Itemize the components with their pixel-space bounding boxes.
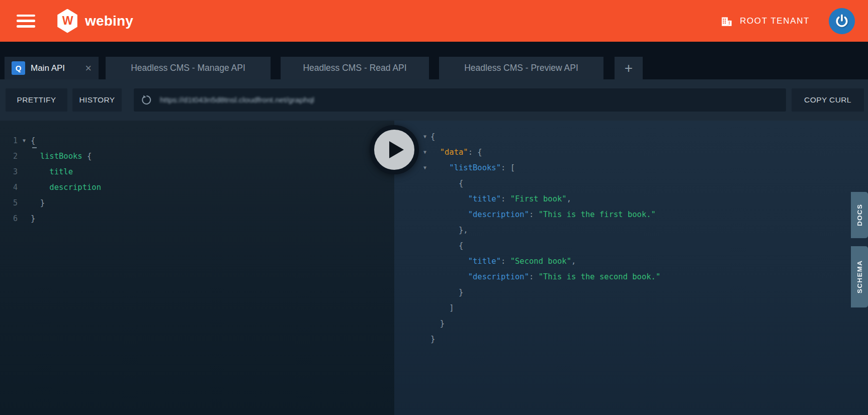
code-line: "title": "Second book", bbox=[419, 253, 862, 269]
reload-icon bbox=[141, 94, 153, 106]
code-text: listBooks { bbox=[31, 152, 92, 161]
brand-wordmark: webiny bbox=[85, 13, 133, 29]
code-text: "data": { bbox=[430, 148, 482, 157]
tab-main-api[interactable]: Q Main API × bbox=[5, 57, 99, 79]
code-text: } bbox=[430, 319, 445, 328]
query-editor-code[interactable]: 1▼{2 listBooks {3 title4 description5 }6… bbox=[0, 133, 394, 226]
header-right: ROOT TENANT bbox=[720, 8, 855, 34]
endpoint-url-text: https://d1t043n5d8tnsl.cloudfront.net/gr… bbox=[160, 95, 314, 105]
schema-tab[interactable]: SCHEMA bbox=[851, 246, 868, 307]
code-line: 3 title bbox=[0, 164, 394, 179]
code-line: ▼ "listBooks": [ bbox=[419, 160, 862, 175]
close-icon[interactable]: × bbox=[85, 63, 92, 74]
building-icon bbox=[720, 15, 733, 28]
query-badge: Q bbox=[12, 61, 25, 75]
copy-curl-button[interactable]: COPY CURL bbox=[792, 88, 864, 112]
code-text: } bbox=[31, 214, 35, 223]
code-line: } bbox=[419, 331, 862, 347]
graphql-playground-app: W webiny ROOT TENANT bbox=[0, 0, 868, 415]
code-line: 4 description bbox=[0, 179, 394, 195]
endpoint-url-input[interactable]: https://d1t043n5d8tnsl.cloudfront.net/gr… bbox=[134, 88, 786, 112]
execute-query-button[interactable] bbox=[370, 125, 419, 174]
play-icon bbox=[389, 141, 404, 158]
code-line: 5 } bbox=[0, 195, 394, 211]
tab-headless-cms-preview-api[interactable]: Headless CMS - Preview API bbox=[439, 57, 603, 79]
code-line: "description": "This is the first book." bbox=[419, 206, 862, 222]
playground-toolbar: PRETTIFY HISTORY https://d1t043n5d8tnsl.… bbox=[0, 79, 868, 121]
line-number: 1 bbox=[0, 136, 18, 145]
code-line: } bbox=[419, 316, 862, 331]
code-text: } bbox=[430, 335, 435, 344]
code-text: { bbox=[430, 241, 463, 250]
tab-label: Main API bbox=[31, 63, 65, 73]
line-number: 2 bbox=[0, 152, 18, 161]
code-text: description bbox=[31, 183, 101, 192]
code-line: "description": "This is the second book.… bbox=[419, 269, 862, 284]
webiny-logo[interactable]: W webiny bbox=[56, 9, 133, 33]
api-tab-bar: Q Main API × Headless CMS - Manage API H… bbox=[0, 42, 868, 79]
code-line: { bbox=[419, 238, 862, 253]
line-number: 3 bbox=[0, 167, 18, 176]
code-text: { bbox=[430, 179, 463, 188]
code-text: } bbox=[31, 198, 45, 208]
code-text: ] bbox=[430, 303, 454, 313]
code-line: ] bbox=[419, 300, 862, 316]
tenant-selector[interactable]: ROOT TENANT bbox=[720, 15, 810, 28]
code-line: }, bbox=[419, 222, 862, 238]
code-text: "description": "This is the second book.… bbox=[430, 272, 660, 281]
code-text: "title": "First book", bbox=[430, 194, 571, 203]
fold-arrow-icon[interactable]: ▼ bbox=[419, 134, 430, 139]
code-text: }, bbox=[430, 226, 468, 235]
code-text: { bbox=[430, 132, 435, 141]
hamburger-menu-icon[interactable] bbox=[17, 15, 35, 28]
tab-headless-cms-manage-api[interactable]: Headless CMS - Manage API bbox=[106, 57, 271, 79]
code-text: "listBooks": [ bbox=[430, 163, 515, 172]
add-tab-button[interactable]: + bbox=[615, 57, 643, 79]
code-line: 2 listBooks { bbox=[0, 148, 394, 164]
code-line: } bbox=[419, 284, 862, 300]
fold-arrow-icon[interactable]: ▼ bbox=[419, 149, 430, 155]
code-text: { bbox=[31, 136, 35, 145]
fold-arrow-icon[interactable]: ▼ bbox=[18, 138, 31, 143]
code-text: } bbox=[430, 288, 463, 297]
line-number: 4 bbox=[0, 183, 18, 192]
fold-arrow-icon[interactable]: ▼ bbox=[419, 165, 430, 170]
code-line: 6} bbox=[0, 211, 394, 226]
app-header: W webiny ROOT TENANT bbox=[0, 0, 868, 42]
text-cursor bbox=[32, 147, 37, 148]
code-line: ▼ "data": { bbox=[419, 144, 862, 160]
code-line: { bbox=[419, 175, 862, 191]
code-text: "description": "This is the first book." bbox=[430, 210, 656, 219]
user-avatar[interactable] bbox=[829, 8, 855, 34]
power-icon bbox=[834, 13, 850, 29]
code-text: "title": "Second book", bbox=[430, 257, 576, 266]
code-line: ▼{ bbox=[419, 129, 862, 144]
tab-headless-cms-read-api[interactable]: Headless CMS - Read API bbox=[281, 57, 429, 79]
result-json-code: ▼{▼ "data": {▼ "listBooks": [ { "title":… bbox=[419, 129, 862, 347]
code-text: title bbox=[31, 167, 73, 176]
code-line: "title": "First book", bbox=[419, 191, 862, 206]
code-line: 1▼{ bbox=[0, 133, 394, 148]
tenant-label: ROOT TENANT bbox=[740, 16, 810, 26]
line-number: 5 bbox=[0, 198, 18, 208]
prettify-button[interactable]: PRETTIFY bbox=[6, 88, 67, 112]
webiny-hexagon-icon: W bbox=[56, 9, 78, 33]
docs-tab[interactable]: DOCS bbox=[851, 192, 868, 238]
logo-letter: W bbox=[62, 14, 73, 28]
history-button[interactable]: HISTORY bbox=[72, 88, 122, 112]
line-number: 6 bbox=[0, 214, 18, 223]
